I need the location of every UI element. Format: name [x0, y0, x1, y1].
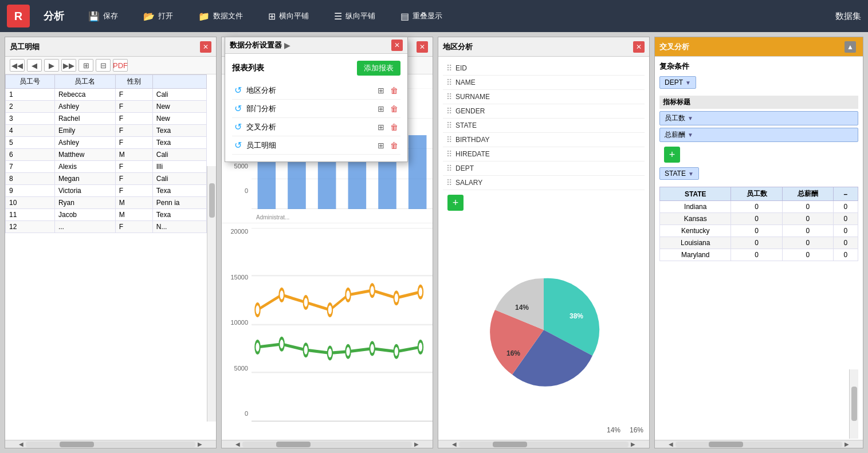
svg-point-30	[394, 345, 399, 357]
copy-icon[interactable]: ⊞	[378, 86, 384, 95]
svg-point-31	[418, 341, 423, 353]
delete-icon[interactable]: 🗑	[390, 86, 398, 95]
col-gender-header: 性别	[115, 75, 152, 89]
add-report-btn[interactable]: 添加报表	[357, 61, 400, 76]
field-label: EID	[455, 64, 467, 72]
panel-region-close[interactable]: ✕	[633, 41, 645, 53]
refresh-icon[interactable]: ↺	[234, 121, 242, 132]
tile-v-button[interactable]: ☰ 纵向平铺	[328, 7, 381, 25]
export-pdf-btn[interactable]: PDF	[113, 59, 128, 72]
region-hscroll-right[interactable]: ▶	[629, 441, 638, 447]
export-table-btn[interactable]: ⊟	[96, 59, 111, 72]
employee-hscroll[interactable]: ◀ ▶	[5, 440, 216, 448]
cross-hscroll-left[interactable]: ◀	[666, 441, 675, 447]
panel-cross-minimize[interactable]: ▲	[845, 41, 856, 53]
dept-hscroll-left[interactable]: ◀	[233, 441, 242, 447]
region-field-item[interactable]: ⠿ NAME	[443, 76, 645, 90]
metric-employee-count[interactable]: 员工数 ▼	[659, 111, 858, 125]
employee-table-row: 4 Emily F Texa	[6, 125, 207, 137]
stack-icon: ▤	[400, 11, 409, 22]
nav-last-btn[interactable]: ▶▶	[61, 59, 76, 72]
cell-id: 11	[6, 209, 55, 221]
region-add-field-btn[interactable]: +	[447, 195, 464, 211]
tile-h-icon: ⊞	[268, 11, 276, 22]
hscroll-right-arrow[interactable]: ▶	[195, 441, 205, 447]
region-hscroll-left[interactable]: ◀	[450, 441, 459, 447]
dept-hscroll-right[interactable]: ▶	[412, 441, 421, 447]
panel-employee-title: 员工明细	[10, 42, 200, 52]
panel-region-header: 地区分析 ✕	[438, 37, 649, 57]
region-field-item[interactable]: ⠿ EID	[443, 61, 645, 76]
region-field-item[interactable]: ⠿ HIREDATE	[443, 147, 645, 161]
cell-name: Rebecca	[54, 89, 115, 101]
cross-cell-extra: 0	[833, 201, 858, 213]
report-name-label: 员工明细	[246, 140, 373, 151]
svg-point-29	[370, 342, 374, 354]
cell-gender: M	[115, 149, 152, 161]
y-axis-5000-top: 5000	[234, 163, 248, 170]
overlay-close-btn[interactable]: ✕	[391, 40, 403, 51]
cell-id: 4	[6, 125, 55, 137]
cross-table-row: Indiana 0 0 0	[660, 201, 858, 213]
cross-hscroll-thumb	[709, 442, 743, 447]
employee-table-scroll[interactable]: 员工号 员工名 性别 1 Rebecca F Cali 2 Ashley F N…	[5, 74, 216, 233]
region-hscroll[interactable]: ◀ ▶	[438, 440, 649, 448]
cross-cell-salary: 0	[782, 201, 833, 213]
cross-vscroll[interactable]	[849, 369, 858, 439]
refresh-icon[interactable]: ↺	[234, 140, 242, 151]
state-tag[interactable]: STATE ▼	[659, 167, 699, 180]
nav-first-btn[interactable]: ◀◀	[10, 59, 25, 72]
cell-gender: F	[115, 101, 152, 113]
copy-icon[interactable]: ⊞	[378, 141, 384, 150]
cell-id: 3	[6, 113, 55, 125]
region-field-item[interactable]: ⠿ GENDER	[443, 104, 645, 119]
stack-button[interactable]: ▤ 重叠显示	[395, 7, 448, 25]
region-field-item[interactable]: ⠿ DEPT	[443, 161, 645, 176]
data-file-button[interactable]: 📁 数据文件	[193, 7, 249, 25]
cross-hscroll[interactable]: ◀ ▶	[655, 440, 863, 448]
region-field-item[interactable]: ⠿ SURNAME	[443, 90, 645, 104]
delete-icon[interactable]: 🗑	[390, 104, 398, 113]
region-field-item[interactable]: ⠿ SALARY	[443, 176, 645, 190]
state-tag-arrow: ▼	[688, 171, 694, 177]
open-button[interactable]: 📂 打开	[138, 7, 179, 25]
copy-icon[interactable]: ⊞	[378, 123, 384, 132]
region-field-item[interactable]: ⠿ STATE	[443, 119, 645, 133]
dept-hscroll[interactable]: ◀ ▶	[222, 440, 433, 448]
region-field-item[interactable]: ⠿ BIRTHDAY	[443, 133, 645, 147]
nav-prev-btn[interactable]: ◀	[27, 59, 42, 72]
panel-employee-close[interactable]: ✕	[200, 41, 211, 53]
employee-vscroll-thumb	[209, 183, 215, 218]
svg-point-25	[279, 338, 284, 350]
add-metric-btn[interactable]: +	[664, 147, 680, 163]
refresh-icon[interactable]: ↺	[234, 85, 242, 96]
panel-dept-close[interactable]: ✕	[417, 41, 428, 53]
delete-icon[interactable]: 🗑	[390, 141, 398, 150]
hscroll-left-arrow[interactable]: ◀	[17, 441, 26, 447]
cross-hscroll-right[interactable]: ▶	[842, 441, 851, 447]
cell-state: Penn ia	[152, 197, 206, 209]
metric-total-salary[interactable]: 总薪酬 ▼	[659, 128, 858, 142]
export-grid-btn[interactable]: ⊞	[78, 59, 93, 72]
employee-vscroll[interactable]	[207, 166, 216, 422]
dataset-label: 数据集	[835, 11, 861, 22]
dept-tag-arrow: ▼	[685, 80, 691, 86]
dept-tag[interactable]: DEPT ▼	[659, 76, 696, 89]
cell-name: Jacob	[54, 209, 115, 221]
region-pie-area: 38% 16% 14% 16% 14%	[438, 220, 649, 440]
tile-v-icon: ☰	[334, 11, 342, 22]
cell-name: Rachel	[54, 113, 115, 125]
copy-icon[interactable]: ⊞	[378, 104, 384, 113]
cell-gender: F	[115, 173, 152, 185]
employee-table-row: 2 Ashley F New	[6, 101, 207, 113]
refresh-icon[interactable]: ↺	[234, 103, 242, 114]
cell-state: New	[152, 101, 206, 113]
nav-next-btn[interactable]: ▶	[44, 59, 59, 72]
cell-gender: F	[115, 161, 152, 173]
save-button[interactable]: 💾 保存	[83, 7, 124, 25]
x-axis-labels-top: Administrat...	[252, 214, 433, 220]
metric-section-title: 指标标题	[659, 96, 858, 109]
tile-h-button[interactable]: ⊞ 横向平铺	[262, 7, 315, 25]
delete-icon[interactable]: 🗑	[390, 123, 398, 132]
cross-cell-count: 0	[731, 237, 782, 249]
